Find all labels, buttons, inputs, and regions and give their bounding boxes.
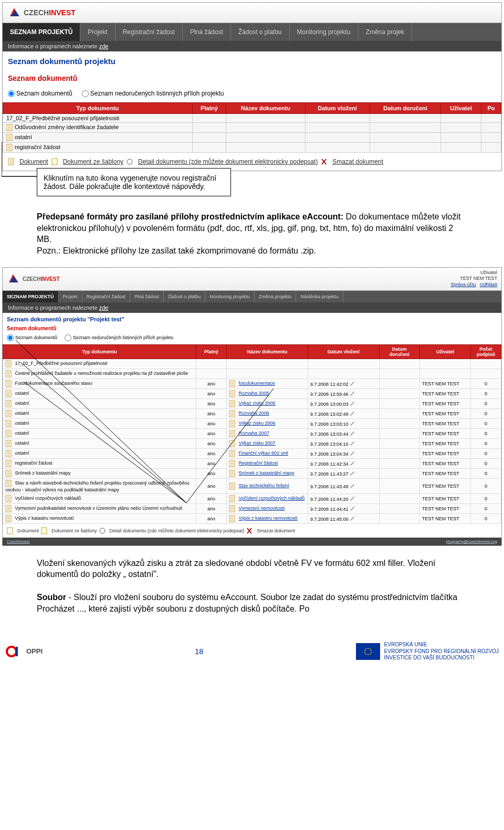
nav-monitoring[interactable]: Monitoring projektu <box>290 23 359 41</box>
cell-nazev: Výkaz zisku 2007 <box>227 438 308 448</box>
nav-nastenka-projektu[interactable]: Nástěnka projektu <box>296 291 343 302</box>
logo-text: CZECHINVEST <box>23 276 60 282</box>
action-detail-dokumentu[interactable]: Detail dokumentu (zde můžete dokument el… <box>138 158 318 165</box>
nav-registracni-zadost[interactable]: Registrační žádost <box>82 291 131 302</box>
cell-doruc <box>370 123 441 133</box>
nav-zmena-projektu[interactable]: Změna projektu <box>255 291 297 302</box>
cell-datum: 9.7.2008 12:59:46 <box>308 388 380 398</box>
table-row[interactable]: 17_02_F_Předběžné posouzení přijatelnost… <box>3 114 501 123</box>
cell-nazev <box>226 133 305 143</box>
nav-zadost-o-platbu[interactable]: Žádost o platbu <box>164 291 205 302</box>
action-dokument-ze-sablony[interactable]: Dokument ze šablony <box>63 158 123 165</box>
edit-icon <box>350 440 355 446</box>
cell-nazev: Rozvaha 2006 <box>227 408 308 418</box>
doc-link[interactable]: Rozvaha 2007 <box>239 430 269 436</box>
actions-row-2: Dokument Dokument ze šablony Detail doku… <box>3 524 501 538</box>
nav-projekt[interactable]: Projekt <box>80 23 115 41</box>
col-datum-vlozeni: Datum vložení <box>305 103 370 114</box>
table-row[interactable]: ostatníano Výkaz zisku 20059.7.2008 13:0… <box>3 398 501 408</box>
svg-rect-4 <box>52 159 57 165</box>
document-icon <box>6 144 13 151</box>
document-icon <box>6 134 13 141</box>
table-row[interactable]: Odůvodnění změny identifikace žadatele <box>3 123 501 133</box>
cell-uziv <box>420 359 471 369</box>
document-icon <box>5 420 12 427</box>
doc-link[interactable]: Snímek z katastrální mapy <box>239 470 295 476</box>
doc-link[interactable]: Rozvaha 2005 <box>239 391 269 396</box>
doc-link[interactable]: Stav technického řešení <box>239 483 289 488</box>
nav-monitoring[interactable]: Monitoring projektu <box>205 291 255 302</box>
table-row[interactable]: ostatníano Výkaz zisku 20079.7.2008 13:0… <box>3 438 501 448</box>
table-row[interactable]: Snímek z katastrální mapyano Snímek z ka… <box>3 468 501 478</box>
svg-point-47 <box>368 648 369 649</box>
link-sprava-uctu[interactable]: Správa účtu <box>450 282 476 287</box>
cell-po <box>481 123 501 133</box>
cell-platny <box>196 359 226 369</box>
col-datum-vlozeni: Datum vložení <box>308 344 380 359</box>
radio-seznam-dokumentu[interactable]: Seznam dokumentů <box>8 90 72 97</box>
table-row[interactable]: Výpis z katastru nemovitostíano Výpis z … <box>3 513 501 523</box>
oppi-logo-icon <box>5 643 23 660</box>
doc-link[interactable]: Výkaz zisku 2005 <box>239 401 276 406</box>
nav-seznam-projektu[interactable]: SEZNAM PROJEKTŮ <box>3 291 59 302</box>
table-row[interactable]: ostatníano Výkaz zisku 20069.7.2008 13:0… <box>3 418 501 428</box>
table-row[interactable]: Fotodokumentace současného stavuano foto… <box>3 379 501 388</box>
cell-platny: ano <box>196 418 226 428</box>
table-row[interactable]: ostatníano Rozvaha 20069.7.2008 13:02:48… <box>3 408 501 418</box>
doc-link[interactable]: Výpis z katastru nemovitostí <box>239 516 298 521</box>
doc-link[interactable]: Vymezení nemovitosti <box>239 506 285 511</box>
nav-seznam-projektu[interactable]: SEZNAM PROJEKTŮ <box>3 23 80 41</box>
doc-link[interactable]: Rozvaha 2006 <box>239 411 269 416</box>
radio-nedorucene-prilohy[interactable]: Seznam nedoručených listinných příloh pr… <box>82 90 224 97</box>
nav-zmena-projektu[interactable]: Změna projek <box>359 23 412 41</box>
table-row[interactable]: Stav a návrh stavebně-technického řešení… <box>3 478 501 493</box>
nav-projekt[interactable]: Projekt <box>59 291 82 302</box>
footer-czechinvest-link[interactable]: Czechinvest <box>7 539 30 544</box>
cell-uziv: TEST NEM TEST <box>420 513 471 523</box>
table-row[interactable]: registrační žádost <box>3 143 501 153</box>
subnav-link-zde[interactable]: zde <box>99 43 109 49</box>
doc-link[interactable]: Registrační žádost <box>239 460 278 466</box>
nav-zadost-o-platbu[interactable]: Žádost o platbu <box>231 23 290 41</box>
template-icon <box>41 527 47 534</box>
table-row[interactable]: Vyčíslení rozpočtových nákladůano Vyčísl… <box>3 493 501 503</box>
action-smazat-dokument[interactable]: Smazat dokument <box>332 158 383 165</box>
table-row[interactable]: ostatníano Rozvaha 20079.7.2008 13:03:44… <box>3 428 501 438</box>
table-row[interactable]: registrační žádostano Registrační žádost… <box>3 458 501 468</box>
edit-icon <box>350 411 355 416</box>
nav-registracni-zadost[interactable]: Registrační žádost <box>116 23 183 41</box>
nav-plna-zadost[interactable]: Plná žádost <box>130 291 164 302</box>
svg-point-56 <box>365 648 366 649</box>
cell-nazev <box>226 143 305 153</box>
table-row[interactable]: Vymezení podnikatelské nemovitosti v Úze… <box>3 503 501 513</box>
footer-email-link[interactable]: programy@czechinvest.org <box>446 539 498 544</box>
doc-link[interactable]: Vyčíslení rozpočtových nákladů <box>239 496 305 501</box>
table-row[interactable]: 17_02_F_Předběžné posouzení přijatelnost… <box>3 359 501 369</box>
cell-uziv: TEST NEM TEST <box>420 493 471 503</box>
action-smazat-dokument[interactable]: Smazat dokument <box>257 528 295 533</box>
radio-nedorucene-prilohy[interactable]: Seznam nedoručených listinných příloh pr… <box>65 334 173 341</box>
action-dokument[interactable]: Dokument <box>17 528 39 533</box>
cell-uziv <box>441 143 481 153</box>
edit-icon <box>350 401 355 406</box>
table-row[interactable]: ostatní <box>3 133 501 143</box>
table-row[interactable]: Čestné prohlášení žadatele o nemožnosti … <box>3 369 501 379</box>
nav-plna-zadost[interactable]: Plná žádost <box>183 23 231 41</box>
radio-seznam-dokumentu[interactable]: Seznam dokumentů <box>7 334 57 341</box>
cell-podpis: 0 <box>470 438 501 448</box>
document-icon <box>5 430 12 437</box>
table-row[interactable]: ostatníano Rozvaha 20059.7.2008 12:59:46… <box>3 388 501 398</box>
table-row[interactable]: ostatníano Finanční výkaz 602 xml9.7.200… <box>3 448 501 458</box>
action-dokument[interactable]: Dokument <box>19 158 48 165</box>
doc-link[interactable]: Výkaz zisku 2006 <box>239 421 276 426</box>
subnav-link-zde[interactable]: zde <box>99 304 109 311</box>
doc-link[interactable]: Výkaz zisku 2007 <box>239 440 276 446</box>
document-icon <box>5 410 12 417</box>
action-dokument-ze-sablony[interactable]: Dokument ze šablony <box>51 528 97 533</box>
document-icon <box>8 158 14 165</box>
doc-link[interactable]: fotodokumentace <box>239 381 275 386</box>
link-odhlasit[interactable]: Odhlásit <box>480 282 497 287</box>
doc-link[interactable]: Finanční výkaz 602 xml <box>239 450 288 456</box>
svg-point-48 <box>370 648 371 649</box>
action-detail-dokumentu[interactable]: Detail dokumentu (zde můžete dokument el… <box>110 528 245 533</box>
